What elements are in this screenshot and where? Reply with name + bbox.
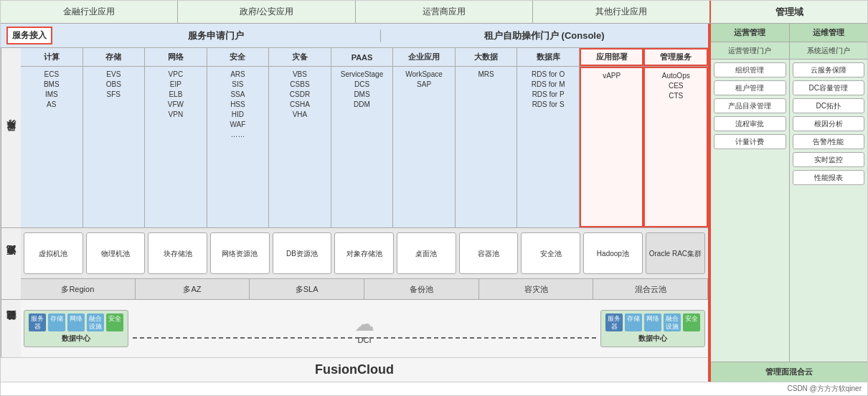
dc2-storage: 存储	[625, 314, 642, 332]
pool-desktop: 桌面池	[397, 232, 456, 274]
pool-net: 网络资源池	[210, 232, 270, 274]
maint-portal-label: 系统运维门户	[790, 42, 868, 60]
industry-gov: 政府/公安应用	[178, 1, 355, 23]
region-hybrid: 混合云池	[593, 279, 708, 299]
dc2-box: 服务器 存储 网络 融合设施 安全 数据中心	[600, 310, 705, 348]
svc-network: VPC EIP ELB VFW VPN	[145, 67, 207, 227]
ops-maint-items: 云服务保障 DC容量管理 DC拓扑 根因分析 告警/性能 实时监控 性能报表	[790, 60, 868, 362]
dc2-label: 数据中心	[638, 334, 667, 344]
col-mgmt-svc: 管理服务	[643, 48, 708, 66]
col-dr: 灾备	[269, 48, 331, 66]
ops-item-billing: 计量计费	[714, 134, 786, 149]
resource-pools-row: 虚拟机池 物理机池 块存储池 网络资源池 DB资源池 对象存储池 桌面池 容器池…	[21, 228, 708, 279]
industry-telecom: 运营商应用	[356, 1, 533, 23]
ops-item-workflow: 流程审批	[714, 116, 786, 131]
dc1-storage: 存储	[48, 314, 65, 332]
svc-app-deploy: vAPP	[580, 67, 644, 227]
maint-item-perf: 性能报表	[793, 170, 865, 185]
dc1-items: 服务器 存储 网络 融合设施 安全	[29, 314, 123, 332]
service-items-row: ECS BMS IMS AS EVS OBS SFS VPC EIP	[21, 67, 708, 227]
maint-item-dc-topo: DC拓扑	[793, 98, 865, 113]
svc-storage: EVS OBS SFS	[83, 67, 146, 227]
maint-item-alert: 告警/性能	[793, 134, 865, 149]
region-row: 多Region 多AZ 多SLA 备份池 容灾池 混合云池	[21, 279, 708, 299]
svc-compute: ECS BMS IMS AS	[21, 67, 83, 227]
svc-mgmt-svc: AutoOps CES CTS	[643, 67, 708, 227]
cloud-icon: ☁	[354, 312, 374, 336]
maint-item-dc-cap: DC容量管理	[793, 80, 865, 95]
mgmt-cols: 运营管理 运营管理门户 组织管理 租户管理 产品目录管理 流程审批 计量计费 运…	[711, 24, 867, 362]
dc1-box: 服务器 存储 网络 融合设施 安全 数据中心	[24, 310, 128, 348]
infra-section-label: 基础设施	[1, 300, 21, 357]
industry-mgmt-domain: 管理域	[709, 1, 867, 23]
col-storage: 存储	[83, 48, 146, 66]
ops-mgmt-items: 组织管理 租户管理 产品目录管理 流程审批 计量计费	[711, 60, 789, 362]
region-multi: 多Region	[21, 279, 136, 299]
service-entry-label: 服务接入	[6, 27, 52, 44]
industry-row: 金融行业应用 政府/公安应用 运营商应用 其他行业应用 管理域	[1, 1, 867, 24]
col-database: 数据库	[517, 48, 580, 66]
dc2-items: 服务器 存储 网络 融合设施 安全	[605, 314, 700, 332]
ops-portal-label: 运营管理门户	[711, 42, 789, 60]
region-dr: 容灾池	[479, 279, 594, 299]
ops-mgmt-col: 运营管理 运营管理门户 组织管理 租户管理 产品目录管理 流程审批 计量计费	[711, 24, 790, 362]
col-app-deploy: 应用部署	[580, 48, 644, 66]
bottom-credits: CSDN @方方方软qiner	[1, 382, 867, 395]
svc-database: RDS for O RDS for M RDS for P RDS for S	[517, 67, 580, 227]
resource-content: 虚拟机池 物理机池 块存储池 网络资源池 DB资源池 对象存储池 桌面池 容器池…	[21, 228, 708, 299]
dc2-security: 安全	[683, 314, 700, 332]
pool-security: 安全池	[521, 232, 580, 274]
pool-block: 块存储池	[148, 232, 207, 274]
region-backup: 备份池	[364, 279, 479, 299]
cloud-section-label: 云服务	[1, 48, 21, 227]
right-panel: 运营管理 运营管理门户 组织管理 租户管理 产品目录管理 流程审批 计量计费 运…	[709, 24, 867, 382]
region-sla: 多SLA	[250, 279, 364, 299]
svc-bigdata: MRS	[456, 67, 518, 227]
col-security: 安全	[207, 48, 270, 66]
dc1-network: 网络	[67, 314, 85, 332]
pool-vm: 虚拟机池	[24, 232, 83, 274]
fusion-cloud-label: FusionCloud	[1, 357, 708, 382]
infra-content: 服务器 存储 网络 融合设施 安全 数据中心 ☁ DCI	[21, 300, 708, 357]
svc-dr: VBS CSBS CSDR CSHA VHA	[269, 67, 331, 227]
dc2-infra: 融合设施	[664, 314, 681, 332]
industry-finance: 金融行业应用	[1, 1, 178, 23]
dc2-network: 网络	[644, 314, 661, 332]
pool-pm: 物理机池	[86, 232, 146, 274]
mgmt-footer: 管理面混合云	[711, 362, 867, 382]
col-network: 网络	[145, 48, 207, 66]
svc-enterprise: WorkSpace SAP	[393, 67, 456, 227]
credits-right: CSDN @方方方软qiner	[787, 384, 862, 394]
region-az: 多AZ	[136, 279, 250, 299]
maint-item-cloud-svc: 云服务保障	[793, 62, 865, 77]
industry-other: 其他行业应用	[533, 1, 709, 23]
dci-box: ☁ DCI	[133, 312, 596, 346]
pool-hadoop: Hadoop池	[583, 232, 643, 274]
maint-item-root-cause: 根因分析	[793, 116, 865, 131]
pool-oracle: Oracle RAC集群	[646, 232, 705, 274]
maint-item-realtime: 实时监控	[793, 152, 865, 167]
svc-paas: ServiceStage DCS DMS DDM	[331, 67, 394, 227]
col-paas: PAAS	[331, 48, 394, 66]
cloud-content: 计算 存储 网络 安全 灾备 PAAS 企业应用 大数据 数据库 应用部署 管理…	[21, 48, 708, 227]
col-compute: 计算	[21, 48, 83, 66]
ops-item-catalog: 产品目录管理	[714, 98, 786, 113]
col-enterprise: 企业应用	[393, 48, 456, 66]
resource-section-label: 资源池	[1, 228, 21, 299]
cloud-section: 云服务 计算 存储 网络 安全 灾备 PAAS 企业应用 大数据 数据库 应用部…	[1, 48, 708, 228]
col-bigdata: 大数据	[456, 48, 518, 66]
dc1-label: 数据中心	[62, 334, 90, 344]
ops-item-org: 组织管理	[714, 62, 786, 77]
pool-container: 容器池	[459, 232, 519, 274]
pool-db: DB资源池	[273, 232, 332, 274]
service-entry-row: 服务接入 服务申请门户 租户自助操作门户 (Console)	[1, 24, 708, 48]
main-wrapper: 金融行业应用 政府/公安应用 运营商应用 其他行业应用 管理域 服务接入 服务申…	[0, 0, 868, 396]
ops-maint-header: 运维管理	[790, 24, 868, 42]
infra-section: 基础设施 服务器 存储 网络 融合设施 安全 数据中心	[1, 300, 708, 357]
industry-left: 金融行业应用 政府/公安应用 运营商应用 其他行业应用	[1, 1, 709, 23]
dc1-infra: 融合设施	[87, 314, 104, 332]
tenant-portal: 租户自助操作门户 (Console)	[380, 29, 709, 42]
dc2-server: 服务器	[605, 314, 623, 332]
dc1-security: 安全	[106, 314, 123, 332]
service-portal: 服务申请门户	[52, 29, 380, 42]
